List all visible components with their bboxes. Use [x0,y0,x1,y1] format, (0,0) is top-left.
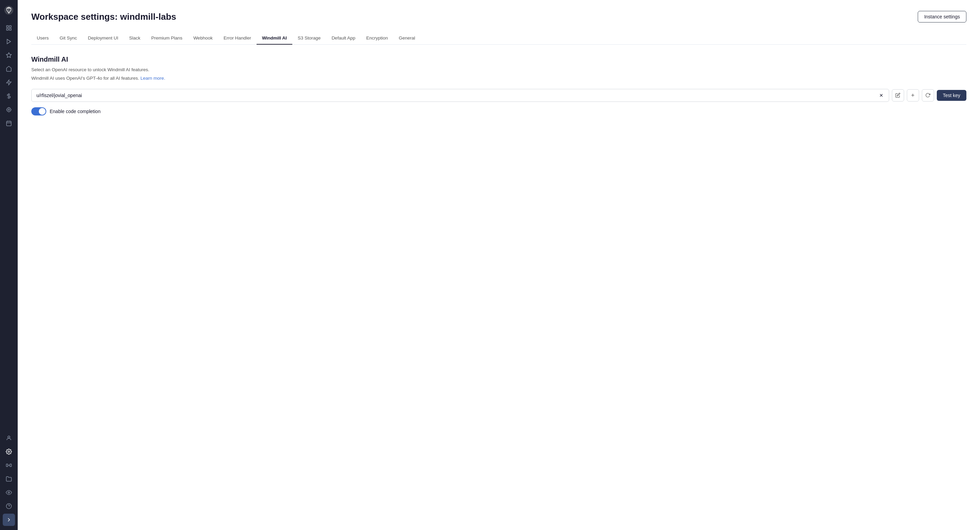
svg-marker-7 [7,39,11,44]
sidebar-item-help[interactable] [3,500,15,512]
sidebar-item-home[interactable] [3,22,15,34]
resource-input-row: u/rfiszel/jovial_openai ✕ Test key [31,89,966,102]
sidebar-item-resources[interactable] [3,90,15,102]
sidebar-item-settings[interactable] [3,445,15,458]
svg-marker-9 [6,80,11,85]
tab-encryption[interactable]: Encryption [361,32,393,45]
code-completion-toggle[interactable] [31,107,46,115]
sidebar [0,0,18,530]
content-area: Workspace settings: windmill-labs Instan… [18,0,980,530]
sidebar-item-packages[interactable] [3,104,15,116]
refresh-button[interactable] [922,89,934,102]
sidebar-item-user[interactable] [3,432,15,444]
windmill-ai-section: Windmill AI Select an OpenAI resource to… [31,56,966,115]
svg-rect-3 [6,26,8,27]
page-header: Workspace settings: windmill-labs Instan… [31,11,966,22]
sidebar-item-scripts[interactable] [3,35,15,48]
tab-error-handler[interactable]: Error Handler [218,32,256,45]
edit-button[interactable] [892,89,904,102]
sidebar-item-triggers[interactable] [3,76,15,89]
sidebar-item-integrations[interactable] [3,459,15,471]
svg-rect-4 [10,26,11,27]
sidebar-item-folder[interactable] [3,473,15,485]
tab-windmill-ai[interactable]: Windmill AI [256,32,292,45]
add-button[interactable] [907,89,919,102]
clear-icon[interactable]: ✕ [878,92,884,99]
tabs-nav: Users Git Sync Deployment UI Slack Premi… [31,32,966,45]
instance-settings-button[interactable]: Instance settings [918,11,966,22]
svg-point-11 [8,109,10,111]
resource-input-field[interactable]: u/rfiszel/jovial_openai ✕ [31,89,889,102]
sidebar-item-deploy[interactable] [3,514,15,526]
sidebar-item-schedule[interactable] [3,117,15,129]
sidebar-item-flows[interactable] [3,49,15,61]
tab-general[interactable]: General [393,32,421,45]
page-title: Workspace settings: windmill-labs [31,11,176,22]
tab-slack[interactable]: Slack [124,32,146,45]
sidebar-item-eye[interactable] [3,486,15,499]
svg-point-22 [8,451,10,453]
tab-default-app[interactable]: Default App [326,32,361,45]
svg-point-26 [8,492,10,493]
tab-webhook[interactable]: Webhook [188,32,218,45]
svg-marker-8 [6,53,11,57]
svg-rect-24 [10,464,11,467]
learn-more-link[interactable]: Learn more. [140,76,165,81]
toggle-label: Enable code completion [50,109,100,114]
section-desc-2: Windmill AI uses OpenAI's GPT-4o for all… [31,75,966,82]
tab-users[interactable]: Users [31,32,54,45]
svg-rect-17 [6,121,11,126]
tab-premium-plans[interactable]: Premium Plans [146,32,188,45]
tab-deployment-ui[interactable]: Deployment UI [82,32,124,45]
svg-rect-6 [10,29,11,30]
section-desc-1: Select an OpenAI resource to unlock Wind… [31,66,966,73]
toggle-knob [39,108,46,115]
tab-s3-storage[interactable]: S3 Storage [292,32,326,45]
toggle-row: Enable code completion [31,107,966,115]
sidebar-item-apps[interactable] [3,63,15,75]
svg-rect-23 [6,464,8,467]
main-content: Workspace settings: windmill-labs Instan… [18,0,980,530]
svg-rect-5 [6,29,8,30]
tab-git-sync[interactable]: Git Sync [54,32,82,45]
section-title: Windmill AI [31,56,966,63]
svg-point-21 [8,436,10,438]
test-key-button[interactable]: Test key [937,90,966,101]
sidebar-logo[interactable] [3,4,15,16]
svg-point-12 [7,108,11,112]
